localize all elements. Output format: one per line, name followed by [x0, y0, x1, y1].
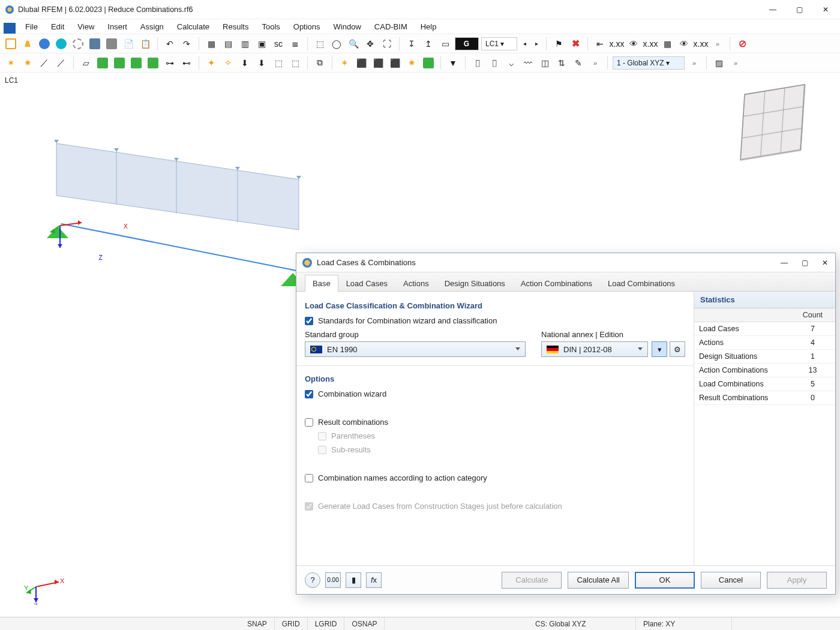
support3-icon[interactable] [129, 56, 143, 70]
print-icon[interactable] [104, 37, 119, 51]
status-lgrid[interactable]: LGRID [308, 617, 345, 630]
lasso-icon[interactable]: ◯ [329, 37, 344, 51]
tab-load-combinations[interactable]: Load Combinations [600, 275, 683, 292]
member2-icon[interactable]: ／ [54, 56, 68, 70]
viewport[interactable]: LC1 X Z X Y Z Load [0, 72, 840, 617]
menu-view[interactable]: View [71, 20, 100, 33]
node-icon[interactable]: ✶ [4, 56, 18, 70]
status-snap[interactable]: SNAP [240, 617, 275, 630]
support4-icon[interactable] [146, 56, 160, 70]
lc-next-button[interactable]: ▸ [532, 37, 541, 51]
plane-icon[interactable]: ▭ [438, 37, 452, 51]
pan-icon[interactable]: ✥ [363, 37, 377, 51]
units-button[interactable]: 0.00 [325, 572, 341, 588]
save-icon[interactable] [88, 37, 102, 51]
help-button[interactable]: ? [305, 572, 320, 588]
menu-assign[interactable]: Assign [134, 20, 170, 33]
calculate-all-button[interactable]: Calculate All [568, 572, 629, 589]
dialog-maximize-button[interactable]: ▢ [800, 259, 809, 267]
load2-icon[interactable]: ✧ [221, 56, 235, 70]
sec1-icon[interactable]: ⌷ [470, 56, 485, 70]
calculate-button[interactable]: Calculate [502, 572, 562, 589]
dialog-close-button[interactable]: ✕ [821, 259, 829, 267]
hinge2-icon[interactable]: ⊷ [179, 56, 194, 70]
status-osnap[interactable]: OSNAP [344, 617, 385, 630]
toolbar2-overflow[interactable]: » [588, 56, 602, 70]
solid1-icon[interactable]: ✶ [337, 56, 352, 70]
menu-options[interactable]: Options [287, 20, 326, 33]
menu-help[interactable]: Help [415, 20, 443, 33]
dim5-icon[interactable]: 👁 [677, 37, 691, 51]
menu-insert[interactable]: Insert [101, 20, 133, 33]
dim2-icon[interactable]: x.xx [610, 37, 624, 51]
paste-icon[interactable]: 📋 [138, 37, 152, 51]
select-national-annex[interactable]: DIN | 2012-08 [541, 341, 648, 357]
load3-icon[interactable]: ⬇︎ [238, 56, 252, 70]
load4-icon[interactable]: ⬇︎ [254, 56, 269, 70]
coord-system-select[interactable]: 1 - Global XYZ ▾ [613, 56, 685, 70]
table2-icon[interactable]: ▤ [221, 37, 235, 51]
delete-icon[interactable]: ✖ [568, 37, 583, 51]
tab-design-situations[interactable]: Design Situations [437, 275, 513, 292]
select-icon[interactable]: ⬚ [313, 37, 327, 51]
tab-base[interactable]: Base [305, 275, 338, 292]
open-icon[interactable] [20, 37, 35, 51]
dim1-icon[interactable]: ⇤ [593, 37, 607, 51]
axis1-icon[interactable]: ↧ [404, 37, 419, 51]
close-button[interactable]: ✕ [821, 5, 830, 14]
menu-cadbim[interactable]: CAD-BIM [368, 20, 413, 33]
axis2-icon[interactable]: ↥ [421, 37, 436, 51]
zoom-icon[interactable]: 🔍 [346, 37, 361, 51]
menu-calculate[interactable]: Calculate [171, 20, 215, 33]
fit-icon[interactable]: ⛶ [380, 37, 394, 51]
sec6-icon[interactable]: ⇅ [554, 56, 569, 70]
minimize-button[interactable]: ― [768, 5, 778, 14]
checkbox-standards[interactable] [305, 317, 313, 325]
checkbox-names-by-cat[interactable] [305, 474, 313, 482]
flag-icon[interactable]: ⚑ [551, 37, 566, 51]
settings-icon[interactable] [71, 37, 85, 51]
colors-button[interactable]: ▮ [346, 572, 361, 588]
sec7-icon[interactable]: ✎ [571, 56, 586, 70]
checkbox-result-combos-row[interactable]: Result combinations [305, 418, 685, 427]
solid5-icon[interactable]: ✷ [404, 56, 419, 70]
table3-icon[interactable]: ▥ [238, 37, 252, 51]
status-grid[interactable]: GRID [275, 617, 308, 630]
checkbox-combo-wizard-row[interactable]: Combination wizard [305, 389, 685, 398]
menu-results[interactable]: Results [217, 20, 254, 33]
solid6-icon[interactable] [421, 56, 436, 70]
menu-window[interactable]: Window [328, 20, 367, 33]
ok-button[interactable]: OK [635, 572, 695, 589]
support2-icon[interactable] [112, 56, 127, 70]
annex-settings-button[interactable]: ⚙ [670, 341, 685, 357]
sec3-icon[interactable]: ⌵ [504, 56, 518, 70]
lc-prev-button[interactable]: ◂ [520, 37, 529, 51]
tab-actions[interactable]: Actions [395, 275, 437, 292]
navigation-cube[interactable] [740, 84, 805, 160]
checkbox-names-by-cat-row[interactable]: Combination names according to action ca… [305, 473, 685, 482]
load6-icon[interactable]: ⬚ [288, 56, 302, 70]
tab-action-combinations[interactable]: Action Combinations [513, 275, 600, 292]
hinge-icon[interactable]: ⊶ [163, 56, 177, 70]
load1-icon[interactable]: ✦ [204, 56, 218, 70]
maximize-button[interactable]: ▢ [794, 5, 804, 14]
grid-toggle-icon[interactable]: ▦ [660, 37, 674, 51]
undo-icon[interactable]: ↶ [163, 37, 177, 51]
sec4-icon[interactable]: 〰 [521, 56, 535, 70]
menu-edit[interactable]: Edit [45, 20, 70, 33]
console-icon[interactable]: ▣ [254, 37, 269, 51]
annex-filter-button[interactable]: ▾ [652, 341, 667, 357]
copy-icon[interactable]: 📄 [121, 37, 136, 51]
cancel-action-icon[interactable]: ⊘ [735, 37, 749, 51]
solid2-icon[interactable]: ⬛ [354, 56, 368, 70]
formula-button[interactable]: fx [366, 572, 382, 588]
menu-file[interactable]: File [19, 20, 44, 33]
checkbox-result-combos[interactable] [305, 418, 313, 427]
copy2-icon[interactable]: ⧉ [313, 56, 327, 70]
new-icon[interactable] [4, 37, 18, 51]
redo-icon[interactable]: ↷ [179, 37, 194, 51]
refresh-icon[interactable] [37, 37, 52, 51]
apply-button[interactable]: Apply [767, 572, 827, 589]
dialog-minimize-button[interactable]: ― [780, 259, 788, 267]
list-icon[interactable]: ≣ [288, 37, 302, 51]
